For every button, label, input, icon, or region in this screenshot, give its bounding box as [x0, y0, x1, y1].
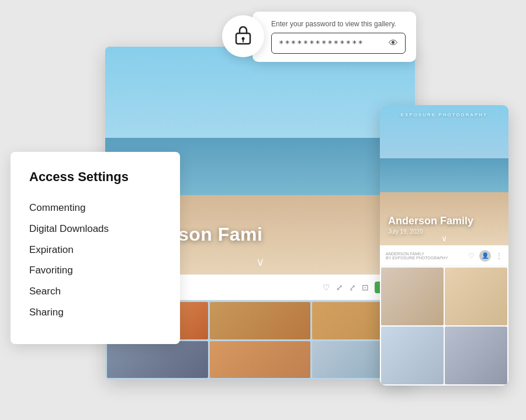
password-field[interactable]: ************** [279, 39, 384, 48]
menu-item-commenting[interactable]: Commenting [29, 197, 161, 218]
thumbnail-4 [107, 341, 208, 379]
mobile-more-icon: ⋮ [496, 252, 503, 260]
menu-item-expiration[interactable]: Expiration [29, 239, 161, 261]
mobile-gallery-label: ANDERSON FAMILY BY EXPOSURE PHOTOGRAPHY [386, 252, 448, 260]
mobile-chevron: ∨ [441, 234, 447, 243]
mobile-heart-icon: ♡ [468, 252, 475, 260]
mobile-thumb-1 [381, 268, 444, 325]
mobile-toolbar-icons: ♡ 👤 ⋮ [468, 250, 503, 262]
access-settings-menu: Commenting Digital Downloads Expiration … [29, 197, 161, 323]
mobile-toolbar: ANDERSON FAMILY BY EXPOSURE PHOTOGRAPHY … [380, 245, 508, 266]
gallery-main-chevron: ∨ [256, 255, 265, 269]
mobile-brand-text: EXPOSURE PHOTOGRAPHY [401, 112, 488, 117]
heart-icon: ♡ [323, 283, 330, 292]
scene-background: Anderson Fami July 19, ∨ STUDIO ♡ ⤢ ⤤ ⊡ … [0, 0, 526, 420]
mobile-thumbnails [380, 266, 508, 386]
mobile-thumb-3 [381, 327, 444, 384]
upload-icon: ⤤ [349, 283, 356, 292]
menu-item-digital-downloads[interactable]: Digital Downloads [29, 218, 161, 239]
mobile-gallery-title: Anderson Family July 19, 2020 [388, 215, 473, 235]
password-input-row[interactable]: ************** 👁 [271, 33, 406, 54]
lock-icon [234, 24, 252, 49]
access-settings-panel: Access Settings Commenting Digital Downl… [11, 152, 180, 344]
share-icon: ⤢ [336, 283, 343, 292]
mobile-hero: EXPOSURE PHOTOGRAPHY Anderson Family Jul… [380, 105, 508, 245]
eye-icon[interactable]: 👁 [389, 38, 398, 48]
mobile-avatar: 👤 [479, 250, 491, 262]
lock-circle [222, 15, 264, 57]
menu-item-sharing[interactable]: Sharing [29, 302, 161, 323]
password-overlay: Enter your password to view this gallery… [222, 12, 416, 62]
thumbnail-5 [210, 341, 311, 379]
access-settings-title: Access Settings [29, 169, 161, 185]
menu-item-search[interactable]: Search [29, 281, 161, 302]
gallery-mobile-screenshot: EXPOSURE PHOTOGRAPHY Anderson Family Jul… [380, 105, 508, 386]
cart-icon: ⊡ [362, 283, 369, 292]
password-prompt: Enter your password to view this gallery… [271, 20, 406, 28]
mobile-sea [380, 158, 508, 193]
thumbnail-2 [210, 302, 311, 339]
mobile-thumb-4 [445, 327, 507, 384]
mobile-thumb-2 [445, 268, 507, 325]
menu-item-favoriting[interactable]: Favoriting [29, 260, 161, 281]
password-box: Enter your password to view this gallery… [252, 12, 416, 62]
